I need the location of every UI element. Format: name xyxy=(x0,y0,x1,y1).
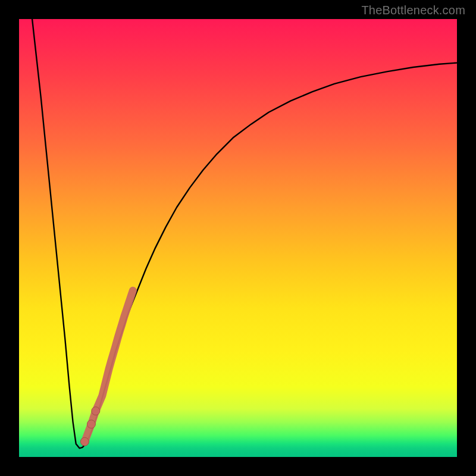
highlight-band xyxy=(84,290,133,441)
watermark-text: TheBottleneck.com xyxy=(361,4,465,17)
highlight-dot xyxy=(80,437,89,446)
highlight-dot xyxy=(92,407,100,415)
chart-frame: TheBottleneck.com xyxy=(0,0,476,476)
highlight-dot xyxy=(87,420,95,428)
chart-svg xyxy=(19,19,457,457)
plot-area xyxy=(19,19,457,457)
bottleneck-curve-path xyxy=(32,19,457,448)
